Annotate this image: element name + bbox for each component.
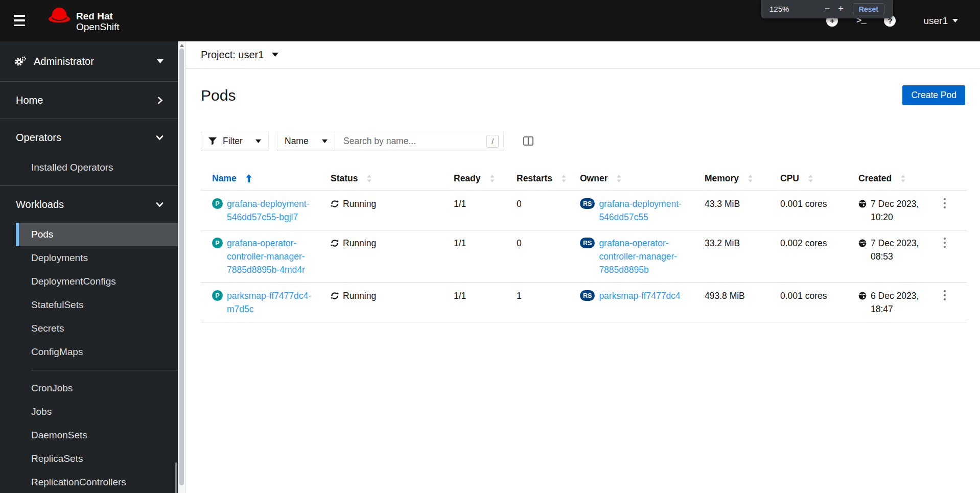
restarts-cell: 0 — [505, 230, 569, 283]
created-cell: 7 Dec 2023, 08:53 — [847, 230, 931, 283]
pod-link[interactable]: grafana-deployment-546dd57c55-bgjl7 — [227, 197, 314, 224]
page-scrollbar[interactable] — [178, 41, 185, 493]
owner-link[interactable]: grafana-deployment-546dd57c55 — [599, 197, 688, 224]
sort-icon — [901, 175, 905, 182]
search-type-dropdown[interactable]: Name — [277, 131, 335, 151]
chevron-down-icon — [156, 202, 164, 207]
column-header-name[interactable]: Name — [201, 166, 319, 191]
sidebar-item-installed-operators[interactable]: Installed Operators — [0, 156, 178, 179]
status-cell: Running — [319, 191, 442, 230]
column-header-created[interactable]: Created — [847, 166, 931, 191]
search-input[interactable] — [335, 131, 504, 151]
cpu-cell: 0.001 cores — [769, 191, 847, 230]
sidebar-item-home[interactable]: Home — [0, 82, 178, 119]
sidebar-item-replicasets[interactable]: ReplicaSets — [0, 447, 178, 471]
restarts-cell: 0 — [505, 191, 569, 230]
column-header-cpu[interactable]: CPU — [769, 166, 847, 191]
pod-name-cell: P grafana-operator-controller-manager-78… — [201, 230, 319, 283]
zoom-out-button[interactable]: − — [821, 4, 834, 14]
search-type-label: Name — [285, 136, 309, 147]
status-cell: Running — [319, 230, 442, 283]
sort-icon — [490, 175, 495, 182]
project-selector-label: Project: user1 — [201, 49, 264, 61]
pod-link[interactable]: grafana-operator-controller-manager-7885… — [227, 237, 314, 276]
zoom-in-button[interactable]: + — [834, 4, 848, 14]
sidebar-item-workloads[interactable]: Workloads — [0, 186, 178, 223]
create-pod-button[interactable]: Create Pod — [902, 85, 965, 105]
redhat-openshift-logo[interactable]: Red Hat OpenShift — [48, 6, 120, 32]
kebab-menu-icon[interactable] — [931, 230, 946, 250]
table-row: P parksmap-ff7477dc4-m7d5c Running 1/1 1… — [201, 283, 967, 322]
column-header-actions — [931, 166, 967, 191]
manage-columns-button[interactable] — [522, 135, 534, 147]
caret-down-icon — [272, 53, 278, 57]
perspective-switcher[interactable]: Administrator — [0, 41, 178, 81]
created-cell: 7 Dec 2023, 10:20 — [847, 191, 931, 230]
project-bar: Project: user1 — [185, 41, 980, 68]
sidebar-item-configmaps[interactable]: ConfigMaps — [0, 340, 178, 364]
column-header-status[interactable]: Status — [319, 166, 442, 191]
sidebar-item-statefulsets[interactable]: StatefulSets — [0, 293, 178, 317]
table-row: P grafana-operator-controller-manager-78… — [201, 230, 967, 283]
user-name: user1 — [923, 15, 948, 27]
created-timestamp: 7 Dec 2023, 10:20 — [871, 197, 919, 224]
filter-dropdown[interactable]: Filter — [201, 131, 269, 151]
column-header-owner[interactable]: Owner — [569, 166, 693, 191]
running-sync-icon — [331, 239, 339, 247]
actions-cell — [931, 283, 967, 322]
sidebar-item-operators[interactable]: Operators — [0, 119, 178, 156]
cpu-cell: 0.002 cores — [769, 230, 847, 283]
pod-badge: P — [212, 198, 223, 209]
sort-icon — [808, 175, 813, 182]
chevron-right-icon — [157, 97, 164, 104]
sort-icon — [367, 175, 371, 182]
page-title: Pods — [201, 85, 236, 106]
logo-text-redhat: Red Hat — [76, 11, 120, 21]
nav-toggle-hamburger-icon[interactable] — [14, 13, 25, 28]
globe-timestamp-icon — [858, 239, 867, 247]
created-timestamp: 6 Dec 2023, 18:47 — [871, 289, 919, 316]
owner-link[interactable]: parksmap-ff7477dc4 — [599, 289, 680, 302]
sort-icon — [562, 175, 566, 182]
ready-cell: 1/1 — [442, 230, 505, 283]
user-menu[interactable]: user1 — [923, 15, 958, 27]
redhat-hat-icon — [48, 6, 71, 24]
scrollbar-up-arrow-icon[interactable] — [180, 44, 184, 47]
sidebar-item-deploymentconfigs[interactable]: DeploymentConfigs — [0, 270, 178, 293]
kebab-menu-icon[interactable] — [931, 191, 946, 210]
sort-icon — [617, 175, 621, 182]
owner-cell: RS parksmap-ff7477dc4 — [569, 283, 693, 322]
scrollbar-thumb[interactable] — [179, 49, 184, 485]
column-header-memory[interactable]: Memory — [693, 166, 769, 191]
owner-link[interactable]: grafana-operator-controller-manager-7885… — [599, 237, 688, 276]
running-sync-icon — [331, 292, 339, 300]
sidebar-item-jobs[interactable]: Jobs — [0, 400, 178, 424]
replicaset-badge: RS — [580, 238, 595, 248]
globe-timestamp-icon — [858, 200, 867, 208]
pod-badge: P — [212, 238, 223, 248]
pod-name-cell: P parksmap-ff7477dc4-m7d5c — [201, 283, 319, 322]
sidebar-item-deployments[interactable]: Deployments — [0, 246, 178, 270]
zoom-reset-button[interactable]: Reset — [853, 3, 884, 15]
sidebar-scrollbar-thumb[interactable] — [175, 462, 177, 493]
sidebar-item-secrets[interactable]: Secrets — [0, 317, 178, 340]
column-header-ready[interactable]: Ready — [442, 166, 505, 191]
created-cell: 6 Dec 2023, 18:47 — [847, 283, 931, 322]
filter-funnel-icon — [208, 137, 217, 145]
kebab-menu-icon[interactable] — [931, 283, 946, 302]
memory-cell: 493.8 MiB — [693, 283, 769, 322]
ready-cell: 1/1 — [442, 191, 505, 230]
column-header-restarts[interactable]: Restarts — [505, 166, 569, 191]
perspective-label: Administrator — [34, 56, 150, 67]
pod-name-cell: P grafana-deployment-546dd57c55-bgjl7 — [201, 191, 319, 230]
running-sync-icon — [331, 200, 339, 208]
project-selector[interactable]: Project: user1 — [201, 49, 278, 61]
pod-link[interactable]: parksmap-ff7477dc4-m7d5c — [227, 289, 314, 316]
owner-cell: RS grafana-operator-controller-manager-7… — [569, 230, 693, 283]
sidebar-item-daemonsets[interactable]: DaemonSets — [0, 424, 178, 447]
sidebar-item-cronjobs[interactable]: CronJobs — [0, 377, 178, 400]
replicaset-badge: RS — [580, 198, 595, 209]
sidebar-item-replicationcontrollers[interactable]: ReplicationControllers — [0, 471, 178, 493]
sidebar-item-pods[interactable]: Pods — [16, 223, 178, 246]
table-header-row: Name Status Ready Restarts Owner — [201, 166, 967, 191]
